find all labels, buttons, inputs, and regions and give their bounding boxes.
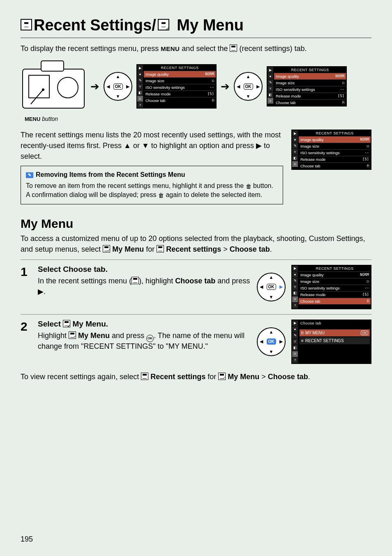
arrow-icon: ➔ (221, 80, 230, 93)
recent-settings-icon (131, 277, 139, 284)
step-1-title: Select Choose tab. (38, 265, 250, 274)
my-menu-icon (218, 373, 226, 380)
recent-settings-icon (21, 19, 32, 30)
step-1-body: In the recent settings menu (), highligh… (38, 276, 250, 297)
lcd-screenshot-step1: ▶●✎Y◧≡? RECENT SETTINGS Image qualityNOR… (291, 265, 371, 309)
recent-settings-icon (157, 245, 164, 253)
step-divider (21, 314, 371, 315)
my-menu-heading: My Menu (21, 217, 371, 231)
step-2-body: Highlight My Menu and press OK. The name… (38, 330, 250, 352)
recent-settings-icon (141, 373, 148, 380)
title-rule (21, 37, 371, 38)
lcd-screenshot-2: ▶●✎Y◧≡ RECENT SETTINGS Image qualityNORM… (267, 66, 347, 107)
dpad-illustration: ▲▼ ◀▶ OK (234, 72, 263, 101)
my-menu-icon (69, 331, 76, 339)
menu-button-caption: MENU button (25, 116, 371, 122)
lcd-screenshot-1: ▶●✎Y◧≡? RECENT SETTINGS Image qualityNOR… (136, 64, 217, 109)
title-part-2: My Menu (177, 16, 244, 34)
page-title: Recent Settings/ My Menu (21, 16, 371, 34)
step-2: 2 Select My Menu. Highlight My Menu and … (21, 320, 371, 364)
dpad-right-highlight: ▲▼ ◀▶ OK (257, 273, 286, 301)
my-menu-intro: To access a customized menu of up to 20 … (21, 233, 371, 255)
description-text: The recent settings menu lists the 20 mo… (21, 130, 283, 162)
note-title: Removing Items from the Recent Settings … (36, 170, 185, 179)
arrow-icon: ➔ (90, 80, 99, 93)
menu-button-label: MENU (161, 45, 180, 52)
dpad-illustration: ▲▼ ◀▶ OK (104, 72, 132, 101)
step-divider (21, 259, 371, 260)
diagram-row: ➔ ▲▼ ◀▶ OK ▶●✎Y◧≡? RECENT SETTINGS Image… (21, 59, 371, 114)
svg-rect-1 (41, 61, 64, 71)
note-box: ✎ Removing Items from the Recent Setting… (21, 166, 283, 204)
pencil-icon: ✎ (26, 172, 33, 178)
trash-icon: 🗑 (246, 183, 251, 191)
step-1: 1 Select Choose tab. In the recent setti… (21, 265, 371, 309)
step-2-title: Select My Menu. (38, 320, 250, 329)
description-block: The recent settings menu lists the 20 mo… (21, 130, 371, 204)
dpad-ok-highlight: ▲▼ ◀▶ OK (257, 327, 286, 356)
my-menu-icon (63, 320, 70, 327)
intro-text: To display the recent settings menu, pre… (21, 43, 371, 54)
camera-illustration (21, 59, 86, 114)
recent-settings-icon (230, 44, 237, 52)
closing-text: To view recent settings again, select Re… (21, 371, 371, 382)
step-number: 2 (21, 320, 31, 334)
lcd-screenshot-3: ▶●✎Y◧≡ RECENT SETTINGS Image qualityNORM… (291, 130, 371, 170)
note-body: To remove an item from the recent settin… (26, 181, 278, 200)
trash-icon: 🗑 (158, 192, 164, 200)
page-number: 195 (21, 535, 33, 544)
svg-point-5 (42, 88, 44, 91)
title-part-1: Recent Settings/ (34, 16, 156, 34)
my-menu-icon (103, 245, 110, 253)
step-number: 1 (21, 265, 31, 279)
my-menu-icon (158, 19, 169, 30)
lcd-screenshot-step2: ▶●✎Y◧≡? Choose tab ⎘MY MENUOK ≡RECENT SE… (291, 320, 371, 364)
ok-button-icon: OK (146, 335, 154, 342)
